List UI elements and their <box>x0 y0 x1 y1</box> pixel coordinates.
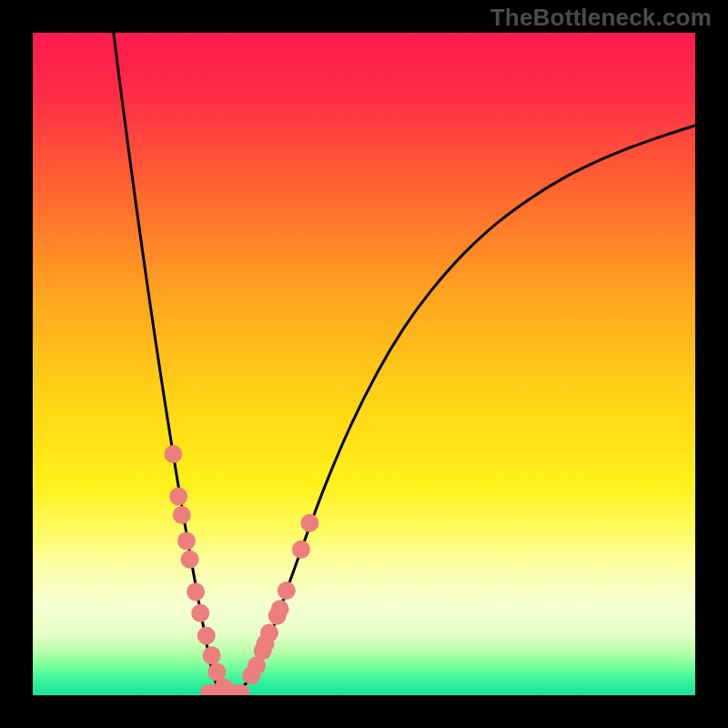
marker-point <box>164 445 182 463</box>
marker-point <box>177 531 196 550</box>
gradient-background <box>33 33 695 695</box>
marker-point <box>292 541 310 559</box>
marker-point <box>181 551 199 569</box>
marker-point <box>173 506 191 524</box>
figure-frame: TheBottleneck.com <box>0 0 728 728</box>
plot-area <box>33 33 695 695</box>
marker-point <box>278 581 296 600</box>
marker-point <box>271 600 289 618</box>
marker-point <box>197 626 216 644</box>
marker-point <box>169 488 187 506</box>
marker-point <box>300 514 318 532</box>
marker-point <box>187 582 205 601</box>
marker-point <box>257 634 275 652</box>
watermark-text: TheBottleneck.com <box>490 4 712 32</box>
chart-svg <box>33 33 695 695</box>
marker-point <box>191 604 209 622</box>
marker-point <box>203 646 221 664</box>
